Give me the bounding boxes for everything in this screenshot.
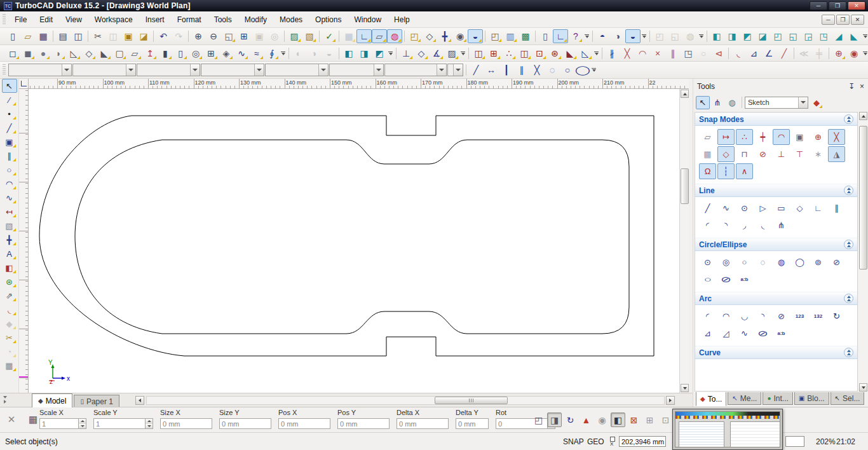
start-end-arc-tool[interactable]: ◡: [736, 308, 753, 324]
polygon-tool[interactable]: ▷: [754, 200, 771, 216]
ortho-toggle-button[interactable]: ∟: [356, 29, 372, 43]
select-tool[interactable]: ↖: [2, 79, 17, 93]
toolbar-overflow-button[interactable]: [862, 29, 868, 43]
radial-copy-tool[interactable]: ⊛: [547, 46, 562, 60]
prism-tool[interactable]: ◇: [81, 46, 97, 60]
snap-divide-button[interactable]: ┆: [717, 163, 735, 179]
scroll-thumb[interactable]: [859, 126, 867, 269]
spinner-control[interactable]: [79, 418, 86, 429]
print-preview-button[interactable]: ◫: [71, 29, 86, 43]
tangent-point-circle-tool[interactable]: ◍: [773, 254, 790, 270]
extruded-box-tool[interactable]: ◼: [20, 46, 36, 60]
rounded-box-tool[interactable]: ▢: [112, 46, 127, 60]
s-curve-arc-tool[interactable]: ∿: [736, 325, 753, 341]
view-iso-nw-button[interactable]: ◳: [816, 29, 831, 43]
toolbar-overflow-button[interactable]: [593, 46, 600, 60]
x-coordinate-value[interactable]: 202,3946 mm: [619, 436, 666, 447]
boolean-intersect-button[interactable]: ◒: [322, 46, 337, 60]
layer-combo[interactable]: [201, 64, 264, 76]
view-top-button[interactable]: ◰: [770, 29, 785, 43]
circle-node-button[interactable]: ◌: [545, 63, 560, 77]
inspector-input[interactable]: [160, 418, 212, 429]
fit-array-tool[interactable]: ⊡: [532, 46, 547, 60]
palette-modify-brush-button[interactable]: ◆: [810, 96, 824, 109]
no-edit-button[interactable]: ⊠: [627, 412, 641, 427]
scroll-thumb[interactable]: [435, 397, 508, 404]
three-point-circle-tool[interactable]: ◌: [754, 254, 771, 270]
rotated-arc-tool[interactable]: ⊘: [754, 325, 771, 341]
mdi-minimize-button[interactable]: ─: [822, 15, 835, 25]
view-iso-sw-button[interactable]: ◣: [846, 29, 862, 43]
inspector-input[interactable]: [278, 418, 330, 429]
collapse-chevron-icon[interactable]: [844, 240, 853, 249]
chevron-down-icon[interactable]: [437, 64, 446, 76]
rotated-ellipse-tool[interactable]: ⊘: [717, 271, 735, 287]
color-combo[interactable]: [265, 64, 329, 76]
pen-pattern-combo[interactable]: [137, 64, 200, 76]
assemble-tool[interactable]: ╋: [2, 233, 17, 247]
tangent-to-circle-tool[interactable]: ⊙: [736, 200, 753, 216]
curve-tool[interactable]: ∿: [2, 191, 17, 205]
sketch-line-tool[interactable]: ∕: [2, 93, 17, 107]
circle-edit-tool[interactable]: ○: [696, 46, 711, 60]
help-book-button[interactable]: ?: [568, 29, 583, 43]
ellipse-shape-tool[interactable]: ○: [699, 271, 716, 287]
concentric-circle-tool[interactable]: ◎: [717, 254, 735, 270]
engrave-button[interactable]: ▥: [503, 29, 518, 43]
shrink-extend-tool[interactable]: ∥: [665, 46, 681, 60]
zoom-window-button[interactable]: ◱: [221, 29, 236, 43]
point-tool[interactable]: •: [2, 107, 17, 121]
sphere-tool[interactable]: ●: [36, 46, 51, 60]
toolbar-overflow-button[interactable]: [641, 29, 648, 43]
flag-tool[interactable]: ⊲: [711, 46, 726, 60]
toolbar-overflow-button[interactable]: [698, 29, 705, 43]
pick-point-tool[interactable]: ◺: [578, 46, 593, 60]
tangent-from-arc-tool[interactable]: ◜: [699, 217, 716, 233]
mesh-tool[interactable]: ⊞: [203, 46, 219, 60]
rectangular-array-tool[interactable]: ⊞: [486, 46, 501, 60]
crop-tool[interactable]: ◳: [681, 46, 696, 60]
spinner-control[interactable]: [146, 418, 153, 429]
zoom-previous-button[interactable]: ◎: [267, 29, 282, 43]
palette-tab-internet[interactable]: ●Int...: [763, 392, 792, 405]
solid-subtract-button[interactable]: ◨: [356, 46, 372, 60]
select-group-button[interactable]: ◰: [652, 29, 667, 43]
view-iso-se-button[interactable]: ◢: [831, 29, 846, 43]
collapse-chevron-icon[interactable]: [844, 294, 853, 303]
section-header-line[interactable]: Line: [695, 184, 857, 197]
inspector-input[interactable]: [93, 418, 146, 429]
chevron-down-icon[interactable]: [453, 64, 463, 76]
object-3d-tool[interactable]: ◆: [2, 317, 17, 331]
warning-mode-button[interactable]: ▲: [579, 412, 593, 427]
knife-tool[interactable]: ✂: [2, 331, 17, 344]
palette-tab-measure[interactable]: ↖Me...: [728, 392, 761, 405]
snap-aperture-button[interactable]: ◮: [828, 146, 845, 162]
view-back-button[interactable]: ◨: [724, 29, 740, 43]
arc-1-3-2-tool[interactable]: 132: [810, 308, 827, 324]
cylinder-tool[interactable]: ▮: [158, 46, 173, 60]
object-trim-tool[interactable]: ×: [650, 46, 665, 60]
snap-toggle[interactable]: SNAP: [563, 437, 584, 446]
pen-style-combo[interactable]: [8, 64, 72, 76]
render-quality-button[interactable]: ◒: [625, 29, 641, 43]
select-similar-button[interactable]: ◍: [682, 29, 698, 43]
boolean-union-button[interactable]: ◐: [291, 46, 306, 60]
line-width-combo[interactable]: [329, 64, 384, 76]
close-icon[interactable]: ×: [860, 82, 864, 91]
mdi-close-button[interactable]: ✕: [851, 15, 864, 25]
zoom-target-tool[interactable]: ⊛: [2, 275, 17, 289]
ruler-origin-button[interactable]: [19, 79, 29, 89]
concentric-arc-tool[interactable]: ◠: [717, 308, 735, 324]
scroll-down-button[interactable]: [681, 384, 689, 392]
wireframe-cube-button[interactable]: ◇: [422, 29, 437, 43]
polyline-tool[interactable]: ∿: [717, 200, 735, 216]
align-left-button[interactable]: ≪: [796, 46, 811, 60]
inspector-input[interactable]: [456, 418, 489, 429]
section-header-arc[interactable]: Arc: [695, 292, 857, 305]
text-tool[interactable]: A: [2, 247, 17, 261]
render-teapot-button[interactable]: ◒: [468, 29, 483, 43]
chevron-down-icon[interactable]: [254, 64, 264, 76]
rotated-rectangle-tool[interactable]: ◇: [791, 200, 808, 216]
calculator-palette-button[interactable]: ▦: [25, 412, 41, 426]
view-iso-ne-button[interactable]: ◲: [801, 29, 816, 43]
